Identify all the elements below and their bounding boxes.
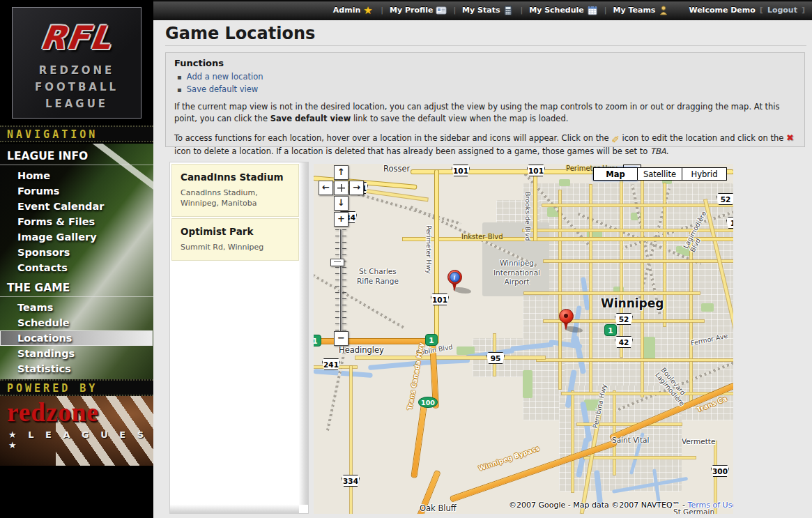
bracket: [ [760,6,763,15]
map-label-perimeter-hwy: Perimeter Hwy [425,225,433,274]
road [534,169,537,241]
map-type-map[interactable]: Map [593,167,638,181]
terms-of-use-link[interactable]: Terms of Use [688,501,733,510]
location-card-optimist-park[interactable]: Optimist ParkSummit Rd, Winnipeg [171,218,299,261]
functions-heading: Functions [174,58,796,68]
pan-up-button[interactable]: ↑ [334,165,348,180]
location-name: CanadInns Stadium [181,172,290,183]
map-type-hybrid[interactable]: Hybrid [682,167,727,181]
sidebar-item-schedule[interactable]: Schedule [0,315,153,330]
zoom-slider-track[interactable] [335,229,346,331]
highway-shield-42: 42 [615,336,633,348]
park-area [701,303,714,312]
sidebar-item-sponsors[interactable]: Sponsors [0,245,153,260]
star-icon: ★ [363,5,374,16]
map-type-switcher: Map Satellite Hybrid [593,167,727,181]
redzone-leagues-logo[interactable]: redzone ★ L E A G U E S ★ [0,396,153,466]
horizontal-scrollbar[interactable] [170,505,299,513]
location-address: CanadInns Stadium, Winnipeg, Manitoba [181,188,290,209]
menu-separator: | [604,6,607,15]
delete-x-icon: ✖ [786,132,794,143]
highway-shield-1: 1 [425,334,438,346]
sidebar-item-image-gallery[interactable]: Image Gallery [0,229,153,245]
sidebar-item-contacts[interactable]: Contacts [0,260,153,275]
zoom-slider-rail [339,229,342,331]
functions-list: Add a new location Save default view [177,71,796,96]
sidebar-item-forums[interactable]: Forums [0,183,153,199]
location-name: Optimist Park [181,226,290,237]
road [590,185,592,394]
list-item: Save default view [177,84,796,96]
sidebar-item-teams[interactable]: Teams [0,300,153,315]
add-location-link[interactable]: Add a new location [187,72,263,82]
highway-shield-52: 52 [615,313,633,325]
topbar-my-profile[interactable]: My Profile [390,5,447,16]
zoom-in-button[interactable]: + [334,212,348,227]
location-card-canadinns-stadium[interactable]: CanadInns StadiumCanadInns Stadium, Winn… [171,164,299,217]
vertical-scrollbar[interactable] [299,162,308,505]
navigation-marquee: NAVIGATION [0,125,153,142]
marker-info-icon: i [450,272,460,282]
pan-right-button[interactable]: → [349,181,364,195]
save-default-view-link[interactable]: Save default view [187,84,258,94]
sidebar-item-standings[interactable]: Standings [0,346,153,361]
zoom-out-button[interactable]: − [334,331,348,346]
redzone-logo-text: redzone [7,400,99,425]
highway-shield-101: 101 [527,165,545,176]
pan-left-button[interactable]: ← [319,181,333,195]
title-divider [165,45,806,46]
map-marker-info[interactable]: i [447,270,463,295]
map-attribution: ©2007 Google - Map data ©2007 NAVTEQ™ - … [509,501,733,510]
road [641,174,643,397]
sidebar-nav: LEAGUE INFOHomeForumsEvent CalendarForms… [0,144,153,376]
zoom-slider-handle[interactable] [330,259,344,266]
railway [326,342,348,431]
topbar-my-stats[interactable]: My Stats [462,5,514,16]
menu-separator: | [520,6,523,15]
highway [435,170,438,343]
topbar-item-label: My Stats [462,6,500,15]
map-label-saint-vital: Saint Vital [612,436,649,444]
map-type-satellite[interactable]: Satellite [638,167,682,181]
road [584,457,696,459]
highway-shield-334: 334 [342,475,360,487]
save-default-view-bold: Save default view [270,114,351,123]
park-area [641,337,655,360]
map-label-st-charles-rifle-range: St Charles Rifle Range [357,267,399,286]
topbar-admin[interactable]: Admin★ [333,5,374,16]
topbar-my-teams[interactable]: My Teams [613,5,670,16]
sidebar: RFL REDZONE FOOTBALL LEAGUE NAVIGATION L… [0,0,153,518]
highway-shield-300: 300 [711,465,729,477]
sidebar-item-home[interactable]: Home [0,168,153,183]
logout-link[interactable]: Logout [767,6,797,15]
river [314,369,373,378]
scrollbar-corner [299,505,308,513]
map-marker-plain[interactable] [559,309,574,334]
functions-box: Functions Add a new location Save defaul… [165,52,805,147]
map-label-inkster-blvd: Inkster Blvd [461,233,503,241]
map-label-headingley: Headingley [339,345,384,355]
highway-shield-52: 52 [717,193,733,205]
highway-shield-101: 101 [431,294,449,305]
highway-shield-1: 1 [604,324,617,336]
map-label-rosser: Rosser [383,164,410,174]
sidebar-item-statistics[interactable]: Statistics [0,361,153,376]
location-address: Summit Rd, Winnipeg [181,243,290,253]
map-label-brookside-blvd: Brookside Blvd [524,192,532,241]
nav-section-league-info: LEAGUE INFO [0,144,153,165]
road [572,391,574,492]
sidebar-item-event-calendar[interactable]: Event Calendar [0,199,153,214]
sidebar-item-locations[interactable]: Locations [0,330,153,346]
road [355,356,545,359]
sidebar-item-forms-files[interactable]: Forms & Files [0,214,153,229]
welcome-text: Welcome Demo [689,6,755,15]
topbar-item-label: My Profile [390,6,433,15]
person-icon [658,5,669,16]
page: RFL REDZONE FOOTBALL LEAGUE NAVIGATION L… [0,0,812,518]
trans-canada-highway [411,404,427,478]
map-canvas[interactable]: RosserPerimeter HwyBrookside BlvdInkster… [314,164,733,514]
topbar-my-schedule[interactable]: My Schedule [529,5,598,16]
pan-down-button[interactable]: ↓ [334,196,348,211]
highway-shield-100: 100 [418,397,438,408]
pan-center-button[interactable] [334,181,348,195]
